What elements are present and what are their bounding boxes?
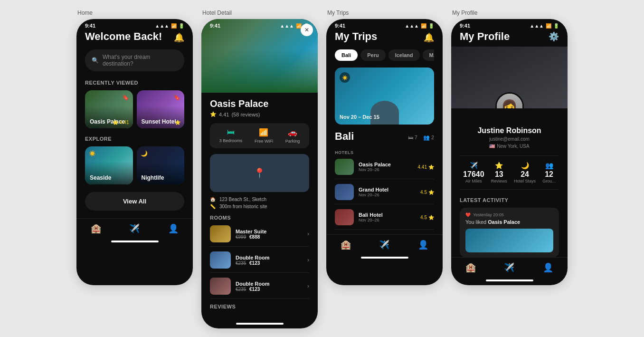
signal-icon: ▲▲▲ [155,23,169,29]
home-indicator [111,241,159,242]
air-miles-value: 17640 [463,170,484,179]
rating-star: ⭐ [210,111,217,117]
profile-hero: 👩 ✓ [451,47,568,108]
stat-air-miles: ✈️ 17640 Air Miles [463,162,484,183]
trips-nav-plane[interactable]: ✈️ [379,240,389,250]
stats-row: ✈️ 17640 Air Miles ⭐ 13 Reviews 🌙 24 Hot… [460,155,559,190]
room-info-1: Master Suite €999 €888 [236,229,303,240]
home-label: Home [76,10,193,16]
hotel-info: Oasis Palace ⭐ 4.41 (58 reviews) 🛏 3 Bed… [201,93,318,320]
room-item-2[interactable]: Double Room €235 €123 › [210,251,309,273]
profile-title-row: My Profile ⚙️ [451,30,568,47]
hotel-list-item-1[interactable]: Oasis Palace Nov 20–26 4.41⭐ [335,159,434,179]
profile-info: Justine Robinson justine@email.com 🇺🇸 Ne… [460,108,559,149]
my-profile-phone: 9:41 ▲▲▲ 📶 🔋 My Profile ⚙️ 👩 [451,19,568,285]
location-text: New York, USA [497,144,529,149]
profile-name: Justine Robinson [460,126,559,135]
room-item-3[interactable]: Double Room €235 €123 › [210,278,309,299]
search-placeholder: What's your dream destination? [103,54,178,67]
hotel-distance: 300m from historic site [219,204,267,209]
wifi-icon-3: 📶 [421,23,426,29]
trip-weather-badge: ☀️ [340,72,350,83]
settings-gear-icon[interactable]: ⚙️ [549,31,559,42]
oasis-palace-rating: ⭐ 4.41 [113,120,129,125]
activity-image [465,229,553,252]
hotel-list-info-1: Oasis Palace Nov 20–26 [359,162,413,172]
moon-icon: 🌙 [141,150,148,157]
profile-location: 🇺🇸 New York, USA [460,144,559,149]
address-icon: 🏠 [210,197,216,202]
trips-status-bar: 9:41 ▲▲▲ 📶 🔋 [326,19,443,30]
close-button[interactable]: ✕ [301,24,313,36]
tab-bali[interactable]: Bali [335,49,358,61]
search-bar[interactable]: 🔍 What's your dream destination? [85,49,184,71]
nav-hotel-icon[interactable]: 🏨 [91,223,101,234]
groups-label: Grou... [542,179,556,183]
activity-item: ❤️ Yesterday 20:05 You liked Oasis Palac… [460,208,559,257]
trips-nav-hotel[interactable]: 🏨 [341,240,351,250]
bell-icon[interactable]: 🔔 [174,32,184,43]
reviews-count: (58 reviews) [231,112,260,117]
tab-peru[interactable]: Peru [360,49,385,61]
oasis-palace-card[interactable]: 🔖 Oasis Palace ⭐ 4.41 [85,90,133,128]
hotel-list-name-2: Grand Hotel [359,187,416,193]
explore-title: EXPLORE [85,136,184,142]
hotel-thumb-1 [335,159,354,175]
rating-value: 4.41 [219,112,229,117]
reviews-label: Reviews [491,179,507,183]
old-price-3: €235 [236,287,246,292]
amenity-parking: 🚗 Parking [285,128,300,144]
hotel-list-dates-3: Nov 20–26 [359,218,416,222]
trip-meta-icons: 🛏 7 👥 2 [408,135,434,141]
parking-icon: 🚗 [288,128,297,137]
amenity-bedrooms-label: 3 Bedrooms [219,138,243,143]
home-bottom-nav: 🏨 ✈️ 👤 [76,218,193,238]
hotel-list-item-2[interactable]: Grand Hotel Nov 20–26 4.5⭐ [335,184,434,204]
tab-iceland[interactable]: Iceland [388,49,420,61]
view-all-button[interactable]: View All [85,192,184,211]
seaside-card[interactable]: ☀️ Seaside [85,146,133,184]
profile-email: justine@email.com [460,136,559,142]
nav-plane-icon[interactable]: ✈️ [129,223,140,234]
room-name-2: Double Room [236,255,303,260]
room-name-3: Double Room [236,281,303,287]
tab-more[interactable]: M... [423,49,434,61]
home-status-icons: ▲▲▲ 📶 🔋 [155,23,184,29]
profile-nav-hotel[interactable]: 🏨 [465,262,476,273]
profile-avatar-area: 👩 ✓ [495,92,524,108]
hotel-list-item-3[interactable]: Bali Hotel Nov 20–26 4.5⭐ [335,209,434,230]
trips-header: My Trips 🔔 [335,30,434,43]
hotel-detail-section: Hotel Detail 9:41 ▲▲▲ 📶 🔋 ✕ Oasis Palace [201,10,318,328]
trips-nav-profile[interactable]: 👤 [418,240,428,250]
profile-indicator [486,279,533,281]
room-item-1[interactable]: Master Suite €999 €888 › [210,225,309,247]
signal-icon-3: ▲▲▲ [405,23,419,29]
sunset-hotel-card[interactable]: 🔖 Sunset Hotel ⭐ [137,90,185,128]
my-trips-section: My Trips 9:41 ▲▲▲ 📶 🔋 My Trips 🔔 Bali Pe… [326,10,443,285]
home-status-bar: 9:41 ▲▲▲ 📶 🔋 [76,19,193,30]
activity-date: ❤️ Yesterday 20:05 [465,212,553,217]
address-row: 🏠 123 Beach St., Sketch [210,197,309,202]
map-area[interactable]: 📍 [210,154,309,192]
trips-time: 9:41 [335,23,345,29]
screens-container: Home 9:41 ▲▲▲ 📶 🔋 Welcome Back! 🔔 🔍 What… [76,10,568,328]
profile-nav-plane[interactable]: ✈️ [504,262,514,273]
hotel-detail-phone: 9:41 ▲▲▲ 📶 🔋 ✕ Oasis Palace ⭐ 4.41 (58 r… [201,19,318,328]
nav-profile-icon[interactable]: 👤 [168,223,179,234]
trips-tabs: Bali Peru Iceland M... [335,49,434,61]
hero-mountains [201,48,318,93]
bed-icon: 🛏 [227,128,235,136]
home-phone: 9:41 ▲▲▲ 📶 🔋 Welcome Back! 🔔 🔍 What's yo… [76,19,193,285]
nightlife-card[interactable]: 🌙 Nightlife [137,146,185,184]
room-price-3: €235 €123 [236,287,303,292]
amenity-wifi-label: Free WiFi [255,139,273,144]
my-profile-section: My Profile 9:41 ▲▲▲ 📶 🔋 My Profile ⚙️ [451,10,568,285]
reviews-title: REVIEWS [210,304,309,309]
moon-stat-icon: 🌙 [514,162,536,169]
seaside-label: Seaside [90,174,111,181]
reviews-value: 13 [491,170,507,179]
amenity-wifi: 📶 Free WiFi [255,128,273,144]
trips-bell-icon[interactable]: 🔔 [424,32,434,43]
home-time: 9:41 [85,23,95,29]
profile-nav-profile[interactable]: 👤 [543,262,553,273]
